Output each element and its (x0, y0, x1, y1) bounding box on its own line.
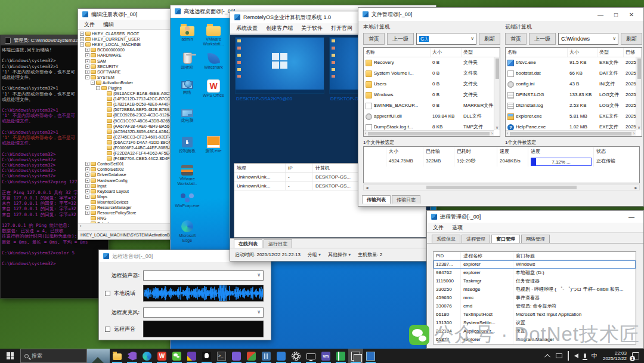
desktop-icon[interactable]: 回收站 (174, 51, 200, 79)
expand-toggle-icon[interactable]: + (85, 205, 89, 210)
remote-vscrollbar[interactable] (636, 57, 642, 130)
registry-tree-item[interactable]: RNG (78, 216, 172, 221)
registry-tree-item[interactable]: + SAM (78, 58, 172, 63)
file-manager-titlebar[interactable]: 文件管理@[-_00] — □ ✕ (358, 8, 643, 21)
expand-toggle-icon[interactable]: + (85, 173, 89, 177)
local-home-button[interactable]: 首页 (363, 33, 385, 45)
tab-run-log[interactable]: 运行日志 (264, 239, 292, 248)
registry-tree-item[interactable]: + Input (78, 183, 172, 189)
file-row[interactable]: Recovery 0 B 文件夹 (364, 57, 500, 68)
expand-toggle-icon[interactable]: - (91, 81, 95, 85)
office-suite-icon[interactable] (184, 349, 199, 363)
blue-app-icon[interactable] (274, 349, 289, 363)
remote-home-button[interactable]: 首页 (505, 33, 527, 45)
expand-toggle-icon[interactable] (101, 146, 106, 150)
wechat-icon[interactable] (169, 349, 184, 363)
local-vscrollbar[interactable] (494, 57, 500, 130)
desktop-icon[interactable] (200, 191, 227, 219)
expand-toggle-icon[interactable]: + (85, 179, 89, 183)
desktop-icon[interactable]: Wireshark (200, 51, 227, 79)
settings-gear-icon[interactable] (289, 349, 304, 363)
registry-tree-item[interactable]: {D6AC71F0-D4A7-41DD-88C4-E (78, 140, 172, 145)
host-name-1[interactable]: DESKTOP-GSA2KP0@00 (236, 96, 326, 101)
file-row[interactable]: bfsvc.exe 91.5 KB EXE文件 2025 (506, 57, 642, 68)
desktop-icon[interactable]: 此电脑 (174, 107, 200, 135)
volume-icon[interactable] (574, 353, 578, 358)
expand-toggle-icon[interactable]: - (85, 75, 89, 79)
file-row[interactable]: DPINST.LOG 133.83 KB LOG文件 2025 (506, 90, 642, 100)
file-row[interactable]: explorer.exe 5.81 MB EXE文件 2025 (506, 111, 642, 122)
tab-transfer-list[interactable]: 传输列表 (362, 195, 391, 204)
registry-tree-item[interactable]: MountedDevices (78, 199, 172, 205)
desktop-icon[interactable] (200, 107, 227, 135)
registry-tree[interactable]: + HKEY_CLASSES_ROOT + HKEY_CURRENT_USER … (78, 30, 172, 223)
app-window-icon[interactable] (363, 349, 378, 363)
registry-tree-item[interactable]: {F22D2A32-F1F4-4D62-AF5E-E5 (78, 150, 172, 156)
tab-online-list[interactable]: 在线列表 (234, 239, 262, 248)
registry-tree-item[interactable]: + DriverDatabase (78, 172, 172, 177)
maximize-button[interactable]: □ (608, 11, 624, 18)
microphone-icon[interactable] (584, 353, 586, 358)
notification-icon[interactable]: 1 (632, 352, 639, 359)
menu-item[interactable]: 编辑 (103, 21, 114, 29)
desktop-icon[interactable]: VMware Workstati.. (174, 163, 200, 191)
remote-desktop-icon[interactable] (304, 349, 318, 363)
tab-transfer-log[interactable]: 传输日志 (392, 195, 420, 204)
desktop-icon[interactable] (200, 163, 227, 191)
registry-tree-item[interactable]: {C2745EC3-CF23-4601-92EF-D1 (78, 134, 172, 140)
local-talk-checkbox[interactable] (105, 291, 110, 296)
process-row[interactable]: 1115000 Taskmgr 任务管理器 (434, 277, 636, 285)
desktop-icon[interactable]: 网络 (174, 79, 200, 107)
desktop-icon[interactable]: WPS Office (200, 79, 227, 107)
transfer-row[interactable]: 4524.75MB 322MB 1分:29秒 2048KB/s 7.12% ..… (364, 156, 639, 167)
registry-tree-item[interactable]: {F00006F2-44BC-44EF-808B-B26 (78, 145, 172, 150)
host-thumbnail-1[interactable] (235, 37, 324, 94)
registry-tree-item[interactable]: + BCD00000000 (78, 47, 172, 53)
registry-tree-item[interactable]: + ResourceManager (78, 205, 172, 210)
registry-tree-item[interactable]: + HARDWARE (78, 53, 172, 58)
speaker-select[interactable] (143, 270, 264, 281)
transfer-hscrollbar[interactable]: ◄► (363, 184, 640, 190)
registry-tree-item[interactable]: {AA67AF38-4AE0-4B49-BA56-AD (78, 124, 172, 129)
registry-tree-item[interactable]: + HardwareConfig (78, 178, 172, 183)
registry-tree-item[interactable]: + ControlSet002 (78, 167, 172, 172)
file-row[interactable]: Windows 0 B 文件夹 (364, 90, 500, 100)
registry-tree-item[interactable]: {8ED392B6-23C2-4C3C-9126-D1 (78, 112, 172, 118)
local-path-combo[interactable]: C:\ (416, 33, 476, 45)
registry-tree-item[interactable]: - SYSTEM (78, 75, 172, 80)
expand-toggle-icon[interactable]: + (80, 32, 84, 36)
process-row[interactable]: 12387... explorer Windows (434, 260, 636, 269)
expand-toggle-icon[interactable] (101, 124, 106, 128)
local-refresh-button[interactable]: 刷新 (479, 33, 500, 45)
taskbar-search[interactable] (20, 349, 87, 363)
process-row[interactable]: 459630 mmc 事件查看器 (434, 294, 636, 302)
expand-toggle-icon[interactable] (85, 216, 89, 220)
registry-tree-item[interactable]: - Plugins (78, 85, 172, 91)
expand-toggle-icon[interactable]: - (80, 42, 84, 47)
display-icon[interactable] (556, 353, 562, 358)
expand-toggle-icon[interactable]: + (85, 59, 89, 63)
more-actions-dropdown[interactable]: 其他操作 (328, 251, 351, 258)
process-manager-titlebar[interactable]: 进程管理@[-_00] — (427, 211, 643, 223)
menu-item[interactable]: 创建客户端 (266, 24, 293, 32)
registry-tree-item[interactable]: + ControlSet001 (78, 161, 172, 167)
process-row[interactable]: 66180 TextInputHost Microsoft Text Input… (434, 310, 636, 319)
process-row[interactable]: 330250 msedge 电视剧 - 哔哩哔哩 ( ゜- ゜)つロ 干杯~-b… (434, 285, 636, 294)
registry-tree-item[interactable]: Select (78, 221, 172, 223)
menu-item[interactable]: 打开官网 (331, 24, 352, 32)
process-row[interactable]: 330076 cmd 管理员: 命令提示符 (434, 302, 636, 310)
expand-toggle-icon[interactable] (101, 97, 106, 101)
registry-tree-item[interactable]: + Keyboard Layout (78, 189, 172, 194)
registry-tree-item[interactable]: + HKEY_CLASSES_ROOT (78, 31, 172, 36)
taskbar-clock[interactable]: 22:03 2025/12/22 (603, 350, 627, 361)
expand-toggle-icon[interactable]: + (85, 70, 89, 74)
local-hscrollbar[interactable]: ‹› (364, 130, 494, 136)
local-up-button[interactable]: 上一级 (387, 33, 414, 45)
expand-toggle-icon[interactable]: + (85, 167, 89, 171)
close-button[interactable]: ✕ (624, 11, 639, 18)
visual-studio-icon[interactable] (125, 349, 140, 363)
registry-tree-item[interactable]: {14F3C12D-7712-42CC-B7CC-64 (78, 96, 172, 101)
desktop-icon[interactable]: 控制面板 (174, 135, 200, 163)
file-row[interactable]: $WINRE_BACKUP... 0 B MARKER文件 (364, 100, 500, 111)
tray-expand-icon[interactable] (544, 353, 550, 359)
